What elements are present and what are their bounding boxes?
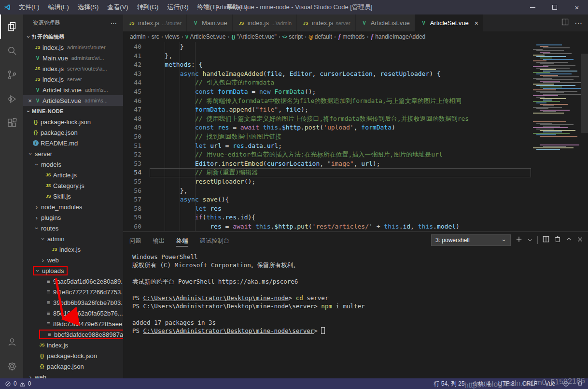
code-line[interactable]: 58 let res [123,204,531,214]
tree-item-models[interactable]: ›models [23,159,123,170]
breadcrumb-item-admin[interactable]: admin [130,33,146,40]
tree-item-web[interactable]: ›web [23,372,123,378]
tab-index-js[interactable]: JSindex.jsserver [297,14,356,31]
problems-status[interactable]: 0 0 [5,380,31,387]
code-line[interactable]: 46 // 将前端传入formdata中数据名为file的数据追加到formda… [123,97,531,106]
terminal[interactable]: Windows PowerShell版权所有 (C) Microsoft Cor… [123,248,588,378]
breadcrumb-item-views[interactable]: views [165,33,180,40]
panel-tab-item[interactable]: 问题 [129,235,141,246]
menu-item-s[interactable]: 选择(S) [73,0,103,14]
tree-item-9aac5daf1d06e2e80a89[interactable]: ≡9aac5daf1d06e2e80a89... [23,276,123,287]
open-editor-item[interactable]: JSindex.jsserver [23,74,123,85]
editor[interactable]: 40 }41 },42 methods: {43 async handleIma… [123,42,588,231]
code-line[interactable]: 42 methods: { [123,60,531,70]
open-editor-item[interactable]: VArticleList.vueadmin\s... [23,85,123,95]
open-editors-header[interactable]: › 打开的编辑器 [23,31,123,42]
tree-item-article-js[interactable]: JSArticle.js [23,170,123,180]
eol-status[interactable]: CRLF [522,380,537,387]
terminal-select[interactable]: 3: powershell › [431,234,511,246]
code-line[interactable]: 44 // 引入包自带的formdata [123,78,531,87]
split-terminal-icon[interactable] [543,236,549,245]
tree-item-package-json[interactable]: {}package.json [23,127,123,138]
source-control-icon[interactable] [0,63,23,87]
minimize-button[interactable] [521,0,544,14]
run-debug-icon[interactable] [0,87,23,111]
close-icon[interactable]: × [475,19,478,27]
tree-item-node-modules[interactable]: ›node_modules [23,202,123,212]
new-terminal-icon[interactable] [516,236,522,245]
tree-item-index-js[interactable]: JSindex.js [23,340,123,350]
menu-item-e[interactable]: 编辑(E) [44,0,73,14]
menu-item-f[interactable]: 文件(F) [14,0,44,14]
split-editor-icon[interactable] [561,18,569,28]
code-line[interactable]: 43 async handleImageAdded(file, Editor, … [123,70,531,79]
tab-articleset-vue[interactable]: VArticleSet.vue× [415,14,484,31]
breadcrumb-item-articleset-vue[interactable]: VArticleSet.vue [185,33,226,40]
indentation-status[interactable]: 空格: 4 [472,380,490,388]
code-line[interactable]: 57 async save(){ [123,195,531,204]
tree-item-routes[interactable]: ›routes [23,223,123,233]
breadcrumb-item-src[interactable]: src [152,33,159,40]
account-icon[interactable] [0,330,23,354]
open-editor-item[interactable]: JSindex.jsadmin\src\router [23,42,123,53]
tree-item-85e191062a0fa652b76[interactable]: ≡85e191062a0fa652b76... [23,308,123,318]
code-line[interactable]: 59 if(this.res.id){ [123,213,531,222]
tree-item-admin[interactable]: ›admin [23,233,123,244]
more-actions-icon[interactable]: ⋯ [111,19,117,27]
tree-item-39bdb6b93a26fcbe7b03[interactable]: ≡39bdb6b93a26fcbe7b03... [23,297,123,308]
breadcrumb-item-methods[interactable]: ƒmethods [338,33,365,40]
more-actions-icon[interactable]: ⋯ [574,18,582,28]
close-icon[interactable]: × [26,97,34,104]
search-icon[interactable] [0,39,23,63]
scrollbar-slider[interactable] [581,54,588,133]
breadcrumb-item-articleset-vue[interactable]: {}"ArticleSet.vue" [231,33,276,40]
code-line[interactable]: 55 resetUploader(); [123,177,531,187]
open-editor-item[interactable]: JSindex.jsserver\routes\a... [23,63,123,74]
code-line[interactable]: 54 // 刷新(重置)编辑器 [123,168,531,177]
tab-articlelist-vue[interactable]: VArticleList.vue [356,14,415,31]
code-line[interactable]: 49 const res = await this.$http.post('up… [123,123,531,132]
breadcrumb-item-handleimageadded[interactable]: ƒhandleImageAdded [370,33,425,40]
tree-item-package-json[interactable]: {}package.json [23,361,123,372]
code-line[interactable]: 50 // 找到返回数据中的图片链接 [123,132,531,142]
tab-index-js[interactable]: JSindex.js...\router [123,14,187,31]
code-line[interactable]: 48 // 使用我们上篇文章定义好的图片上传接口,将formdata数据传到后台… [123,115,531,124]
kill-terminal-trash-icon[interactable] [554,236,561,245]
minimap[interactable] [533,42,581,231]
panel-tab-item[interactable]: 终端 [176,235,188,246]
code-line[interactable]: 47 formData.append("file", file); [123,105,531,115]
tree-item-server[interactable]: ›server [23,148,123,159]
code-line[interactable]: 45 const formData = new FormData(); [123,87,531,97]
maximize-button[interactable] [544,0,566,14]
tab-index-js[interactable]: JSindex.js...\admin [233,14,297,31]
tree-item-web[interactable]: ›web [23,255,123,265]
code-line[interactable]: 60 res = await this.$http.put('rest/arti… [123,222,531,231]
cursor-position[interactable]: 行 54, 列 25 [434,380,464,388]
code-line[interactable]: 56 }, [123,187,531,196]
tree-item-index-js[interactable]: JSindex.js [23,244,123,255]
tree-item-package-lock-json[interactable]: {}package-lock.json [23,116,123,127]
language-mode[interactable]: Vue [545,380,555,387]
tree-item-9f1e8c772217266d7753[interactable]: ≡9f1e8c772217266d7753... [23,287,123,297]
code-line[interactable]: 41 }, [123,52,531,61]
close-button[interactable]: × [566,0,588,14]
tree-item-plugins[interactable]: ›plugins [23,212,123,223]
tree-item-uploads[interactable]: ›uploads [23,265,123,276]
menu-item-v[interactable]: 查看(V) [103,0,132,14]
tree-item-readme-md[interactable]: iREADME.md [23,138,123,148]
menu-item-g[interactable]: 转到(G) [133,0,163,14]
menu-item-r[interactable]: 运行(R) [163,0,193,14]
code-line[interactable]: 51 let url = res.data.url; [123,142,531,151]
panel-tab-item[interactable]: 调试控制台 [200,235,230,246]
settings-gear-icon[interactable] [0,354,23,378]
breadcrumb-item-script[interactable]: <>script [282,33,303,40]
chevron-down-icon[interactable] [527,236,532,245]
maximize-panel-icon[interactable] [566,236,572,245]
notifications-bell-icon[interactable] [577,381,583,387]
close-panel-icon[interactable] [577,236,583,245]
open-editor-item[interactable]: ×VArticleSet.vueadmin\s... [23,95,123,106]
editor-scrollbar[interactable] [581,42,588,231]
encoding-status[interactable]: UTF-8 [498,380,515,387]
tab-main-vue[interactable]: VMain.vue [187,14,233,31]
feedback-smiley-icon[interactable] [563,381,569,387]
